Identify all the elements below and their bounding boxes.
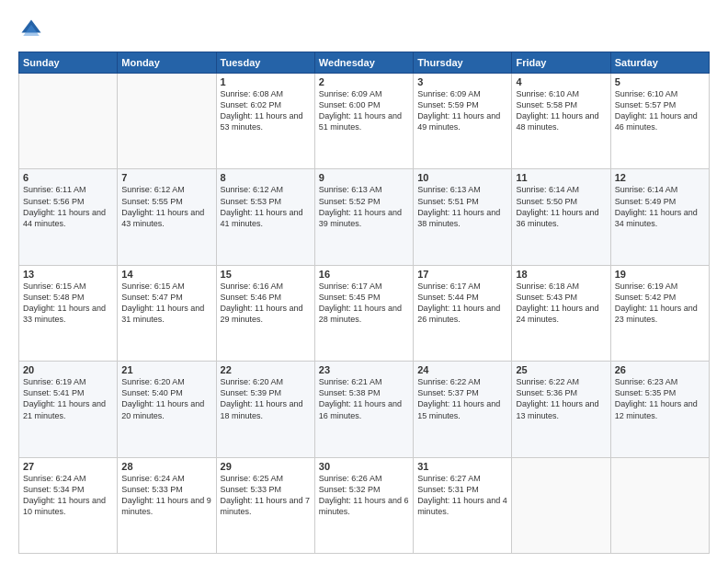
day-info: Sunrise: 6:18 AM Sunset: 5:43 PM Dayligh… — [516, 281, 606, 326]
day-number: 13 — [23, 269, 113, 280]
day-number: 23 — [319, 364, 409, 375]
day-info: Sunrise: 6:13 AM Sunset: 5:51 PM Dayligh… — [417, 184, 507, 229]
day-number: 3 — [417, 76, 507, 87]
day-info: Sunrise: 6:26 AM Sunset: 5:32 PM Dayligh… — [319, 473, 409, 518]
calendar-cell: 18Sunrise: 6:18 AM Sunset: 5:43 PM Dayli… — [512, 265, 610, 361]
day-number: 17 — [417, 269, 507, 280]
day-info: Sunrise: 6:10 AM Sunset: 5:58 PM Dayligh… — [516, 88, 606, 133]
logo-icon — [18, 17, 44, 42]
day-info: Sunrise: 6:22 AM Sunset: 5:37 PM Dayligh… — [417, 376, 507, 421]
calendar-header-friday: Friday — [512, 52, 610, 74]
calendar-cell: 26Sunrise: 6:23 AM Sunset: 5:35 PM Dayli… — [610, 362, 709, 457]
calendar-cell: 21Sunrise: 6:20 AM Sunset: 5:40 PM Dayli… — [118, 362, 216, 457]
calendar-header-thursday: Thursday — [414, 52, 512, 74]
calendar-cell: 24Sunrise: 6:22 AM Sunset: 5:37 PM Dayli… — [414, 362, 512, 457]
day-number: 15 — [221, 269, 311, 280]
calendar-cell: 22Sunrise: 6:20 AM Sunset: 5:39 PM Dayli… — [216, 362, 314, 457]
calendar-cell — [19, 74, 118, 169]
day-number: 4 — [516, 76, 606, 87]
day-info: Sunrise: 6:11 AM Sunset: 5:56 PM Dayligh… — [23, 184, 113, 229]
calendar-cell: 17Sunrise: 6:17 AM Sunset: 5:44 PM Dayli… — [414, 265, 512, 361]
day-number: 5 — [615, 76, 705, 87]
day-info: Sunrise: 6:20 AM Sunset: 5:40 PM Dayligh… — [121, 376, 211, 421]
calendar-cell: 19Sunrise: 6:19 AM Sunset: 5:42 PM Dayli… — [610, 265, 709, 361]
day-info: Sunrise: 6:24 AM Sunset: 5:33 PM Dayligh… — [121, 473, 211, 518]
calendar-header-sunday: Sunday — [19, 52, 118, 74]
day-number: 6 — [23, 172, 113, 183]
calendar-cell: 4Sunrise: 6:10 AM Sunset: 5:58 PM Daylig… — [512, 74, 610, 169]
calendar-cell: 1Sunrise: 6:08 AM Sunset: 6:02 PM Daylig… — [216, 74, 314, 169]
calendar-cell: 15Sunrise: 6:16 AM Sunset: 5:46 PM Dayli… — [216, 265, 314, 361]
calendar-cell: 12Sunrise: 6:14 AM Sunset: 5:49 PM Dayli… — [610, 169, 709, 265]
day-info: Sunrise: 6:13 AM Sunset: 5:52 PM Dayligh… — [319, 184, 409, 229]
calendar-cell: 7Sunrise: 6:12 AM Sunset: 5:55 PM Daylig… — [118, 169, 216, 265]
calendar-header-wednesday: Wednesday — [314, 52, 413, 74]
calendar-cell: 27Sunrise: 6:24 AM Sunset: 5:34 PM Dayli… — [19, 457, 118, 553]
calendar-week-1: 1Sunrise: 6:08 AM Sunset: 6:02 PM Daylig… — [19, 74, 710, 169]
calendar-week-2: 6Sunrise: 6:11 AM Sunset: 5:56 PM Daylig… — [19, 169, 710, 265]
day-number: 21 — [121, 364, 211, 375]
day-number: 29 — [221, 461, 311, 472]
day-info: Sunrise: 6:24 AM Sunset: 5:34 PM Dayligh… — [23, 473, 113, 518]
calendar-cell: 3Sunrise: 6:09 AM Sunset: 5:59 PM Daylig… — [414, 74, 512, 169]
header — [18, 17, 710, 42]
calendar-cell: 10Sunrise: 6:13 AM Sunset: 5:51 PM Dayli… — [414, 169, 512, 265]
day-number: 11 — [516, 172, 606, 183]
calendar-cell: 11Sunrise: 6:14 AM Sunset: 5:50 PM Dayli… — [512, 169, 610, 265]
day-info: Sunrise: 6:09 AM Sunset: 6:00 PM Dayligh… — [319, 88, 409, 133]
day-number: 26 — [615, 364, 705, 375]
calendar-header-saturday: Saturday — [610, 52, 709, 74]
day-info: Sunrise: 6:17 AM Sunset: 5:45 PM Dayligh… — [319, 281, 409, 326]
day-number: 12 — [615, 172, 705, 183]
calendar-cell: 5Sunrise: 6:10 AM Sunset: 5:57 PM Daylig… — [610, 74, 709, 169]
day-number: 22 — [221, 364, 311, 375]
calendar-week-4: 20Sunrise: 6:19 AM Sunset: 5:41 PM Dayli… — [19, 362, 710, 457]
day-info: Sunrise: 6:27 AM Sunset: 5:31 PM Dayligh… — [417, 473, 507, 518]
day-info: Sunrise: 6:15 AM Sunset: 5:48 PM Dayligh… — [23, 281, 113, 326]
calendar-header-monday: Monday — [118, 52, 216, 74]
calendar-cell: 31Sunrise: 6:27 AM Sunset: 5:31 PM Dayli… — [414, 457, 512, 553]
day-number: 28 — [121, 461, 211, 472]
day-info: Sunrise: 6:09 AM Sunset: 5:59 PM Dayligh… — [417, 88, 507, 133]
day-info: Sunrise: 6:08 AM Sunset: 6:02 PM Dayligh… — [221, 88, 311, 133]
day-info: Sunrise: 6:14 AM Sunset: 5:49 PM Dayligh… — [615, 184, 705, 229]
calendar-cell — [610, 457, 709, 553]
day-number: 10 — [417, 172, 507, 183]
calendar-week-3: 13Sunrise: 6:15 AM Sunset: 5:48 PM Dayli… — [19, 265, 710, 361]
day-info: Sunrise: 6:16 AM Sunset: 5:46 PM Dayligh… — [221, 281, 311, 326]
day-number: 19 — [615, 269, 705, 280]
calendar-cell: 16Sunrise: 6:17 AM Sunset: 5:45 PM Dayli… — [314, 265, 413, 361]
day-info: Sunrise: 6:17 AM Sunset: 5:44 PM Dayligh… — [417, 281, 507, 326]
calendar-week-5: 27Sunrise: 6:24 AM Sunset: 5:34 PM Dayli… — [19, 457, 710, 553]
day-info: Sunrise: 6:19 AM Sunset: 5:41 PM Dayligh… — [23, 376, 113, 421]
day-number: 27 — [23, 461, 113, 472]
day-number: 24 — [417, 364, 507, 375]
day-number: 25 — [516, 364, 606, 375]
day-number: 14 — [121, 269, 211, 280]
day-info: Sunrise: 6:15 AM Sunset: 5:47 PM Dayligh… — [121, 281, 211, 326]
calendar-cell: 2Sunrise: 6:09 AM Sunset: 6:00 PM Daylig… — [314, 74, 413, 169]
day-number: 8 — [221, 172, 311, 183]
calendar-cell: 9Sunrise: 6:13 AM Sunset: 5:52 PM Daylig… — [314, 169, 413, 265]
calendar-header-tuesday: Tuesday — [216, 52, 314, 74]
day-info: Sunrise: 6:10 AM Sunset: 5:57 PM Dayligh… — [615, 88, 705, 133]
calendar-cell: 6Sunrise: 6:11 AM Sunset: 5:56 PM Daylig… — [19, 169, 118, 265]
calendar-cell — [118, 74, 216, 169]
calendar-cell: 30Sunrise: 6:26 AM Sunset: 5:32 PM Dayli… — [314, 457, 413, 553]
calendar-cell: 13Sunrise: 6:15 AM Sunset: 5:48 PM Dayli… — [19, 265, 118, 361]
calendar-cell: 8Sunrise: 6:12 AM Sunset: 5:53 PM Daylig… — [216, 169, 314, 265]
calendar-cell: 20Sunrise: 6:19 AM Sunset: 5:41 PM Dayli… — [19, 362, 118, 457]
day-info: Sunrise: 6:20 AM Sunset: 5:39 PM Dayligh… — [221, 376, 311, 421]
day-number: 20 — [23, 364, 113, 375]
day-number: 31 — [417, 461, 507, 472]
day-info: Sunrise: 6:12 AM Sunset: 5:53 PM Dayligh… — [221, 184, 311, 229]
day-info: Sunrise: 6:14 AM Sunset: 5:50 PM Dayligh… — [516, 184, 606, 229]
calendar-cell: 25Sunrise: 6:22 AM Sunset: 5:36 PM Dayli… — [512, 362, 610, 457]
calendar-cell — [512, 457, 610, 553]
day-number: 9 — [319, 172, 409, 183]
day-number: 16 — [319, 269, 409, 280]
day-number: 1 — [221, 76, 311, 87]
day-info: Sunrise: 6:12 AM Sunset: 5:55 PM Dayligh… — [121, 184, 211, 229]
calendar-cell: 14Sunrise: 6:15 AM Sunset: 5:47 PM Dayli… — [118, 265, 216, 361]
day-info: Sunrise: 6:22 AM Sunset: 5:36 PM Dayligh… — [516, 376, 606, 421]
